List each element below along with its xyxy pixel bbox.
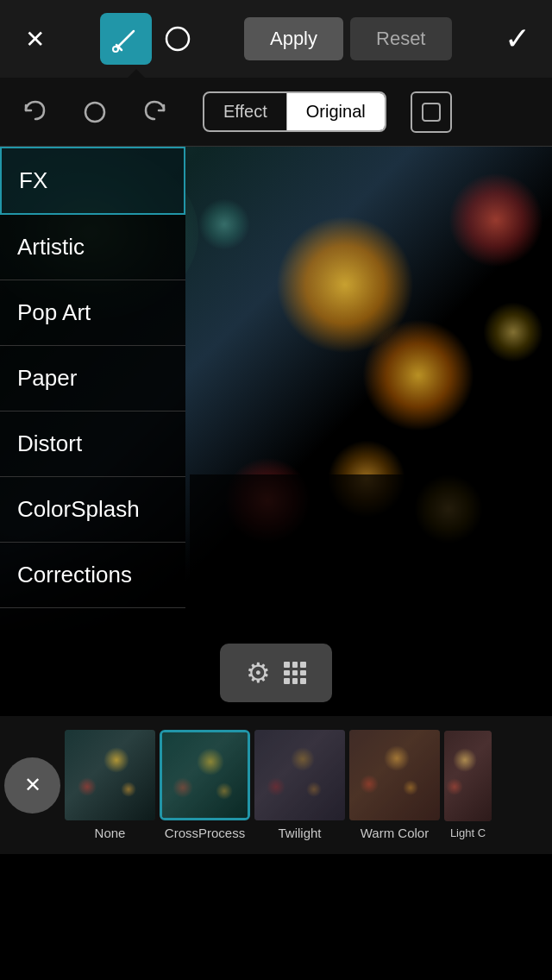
filmstrip-label-crossprocess: CrossProcess — [165, 826, 245, 840]
svg-line-0 — [118, 31, 134, 47]
compare-button[interactable] — [411, 91, 452, 133]
filmstrip-label-none: None — [95, 826, 126, 840]
brush-tool-button[interactable] — [100, 13, 152, 65]
grid-icon — [284, 662, 306, 684]
main-image-area: FX Artistic Pop Art Paper Distort ColorS… — [0, 147, 552, 630]
original-tab[interactable]: Original — [287, 93, 385, 130]
apply-reset-group: Apply Reset — [244, 17, 452, 60]
sidebar-item-corrections[interactable]: Corrections — [0, 543, 185, 608]
tool-selector — [100, 13, 204, 65]
sidebar-item-fx[interactable]: FX — [0, 147, 185, 215]
filmstrip-thumb-none — [65, 730, 155, 820]
svg-point-2 — [113, 47, 118, 52]
filmstrip-item-warmcolor[interactable]: Warm Color — [349, 730, 440, 840]
sidebar-item-paper[interactable]: Paper — [0, 346, 185, 411]
mask-tool-button[interactable] — [152, 13, 204, 65]
gear-icon: ⚙ — [246, 656, 271, 689]
sidebar-item-colorsplash[interactable]: ColorSplash — [0, 477, 185, 543]
filmstrip-item-lightc[interactable]: Light C — [444, 731, 492, 839]
close-button[interactable]: ✕ — [9, 13, 60, 65]
bottom-controls-area: ⚙ — [0, 630, 552, 716]
filmstrip-thumb-crossprocess — [160, 730, 250, 820]
filmstrip-thumb-lightc — [444, 731, 492, 821]
svg-point-4 — [85, 103, 104, 122]
filmstrip-cancel-button[interactable]: ✕ — [4, 757, 60, 814]
circle-tool-button[interactable] — [73, 91, 116, 134]
filmstrip: ✕ None CrossProcess — [0, 716, 552, 854]
filmstrip-label-lightc: Light C — [450, 826, 486, 839]
filmstrip-item-twilight[interactable]: Twilight — [254, 730, 345, 840]
filmstrip-item-crossprocess[interactable]: CrossProcess — [160, 730, 250, 840]
filmstrip-label-twilight: Twilight — [278, 826, 321, 840]
effect-original-toggle: Effect Original — [203, 91, 386, 132]
sidebar-item-distort[interactable]: Distort — [0, 411, 185, 477]
reset-button[interactable]: Reset — [350, 17, 451, 60]
sidebar-menu: FX Artistic Pop Art Paper Distort ColorS… — [0, 147, 185, 630]
svg-rect-5 — [423, 104, 440, 121]
secondary-toolbar: Effect Original — [0, 78, 552, 147]
filmstrip-thumb-twilight — [254, 730, 345, 820]
apply-button[interactable]: Apply — [244, 17, 343, 60]
redo-button[interactable] — [134, 91, 177, 134]
confirm-button[interactable]: ✓ — [492, 13, 543, 65]
sidebar-item-artistic[interactable]: Artistic — [0, 215, 185, 280]
filmstrip-thumb-warmcolor — [349, 730, 440, 820]
sidebar-item-popart[interactable]: Pop Art — [0, 280, 185, 346]
top-toolbar: ✕ Apply Reset ✓ — [0, 0, 552, 78]
filmstrip-label-warmcolor: Warm Color — [361, 826, 429, 840]
undo-button[interactable] — [13, 91, 56, 134]
effect-tab[interactable]: Effect — [204, 93, 287, 130]
filmstrip-item-none[interactable]: None — [65, 730, 155, 840]
gear-panel[interactable]: ⚙ — [220, 644, 332, 702]
svg-point-3 — [166, 28, 189, 50]
